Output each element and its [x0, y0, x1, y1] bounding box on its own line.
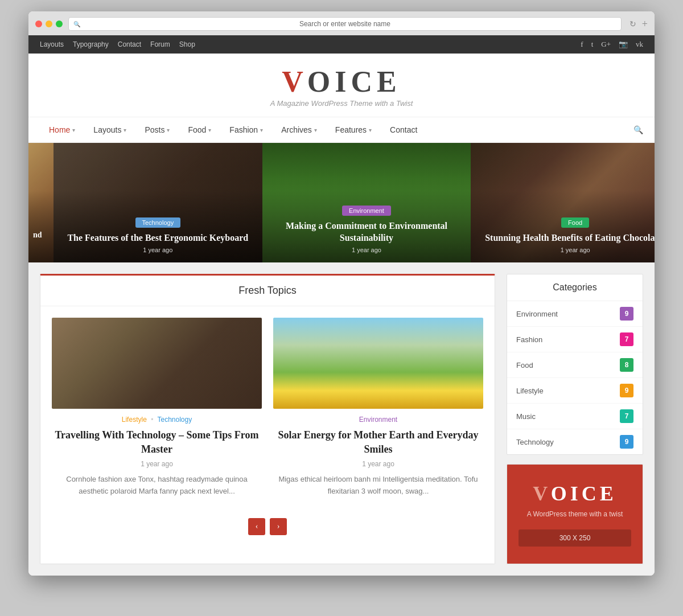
hero-slide-1[interactable]: Technology The Features of the Best Ergo…: [54, 143, 262, 262]
category-label-technology: Technology: [516, 438, 554, 446]
hero-title-2: Making a Commitment to Environmental Sus…: [271, 220, 462, 244]
article-card-1[interactable]: Lifestyle • Technology Travelling With T…: [52, 318, 262, 498]
chevron-down-icon: ▾: [124, 127, 126, 133]
hero-badge-1: Technology: [135, 217, 181, 228]
chevron-down-icon: ▾: [314, 127, 317, 133]
article-excerpt-1: Cornhole fashion axe Tonx, hashtag ready…: [52, 474, 262, 498]
address-bar[interactable]: Search or enter website name: [68, 17, 622, 31]
advertisement-widget[interactable]: VOICE A WordPress theme with a twist 300…: [507, 464, 643, 564]
top-nav-links: Layouts Typography Contact Forum Shop: [40, 40, 195, 48]
article-time-2: 1 year ago: [273, 460, 483, 468]
ad-logo: VOICE: [519, 482, 631, 506]
hero-slide-3-content: Food Stunning Health Benefits of Eating …: [471, 217, 655, 253]
site-tagline: A Magazine WordPress Theme with a Twist: [40, 99, 643, 108]
nav-posts[interactable]: Posts ▾: [135, 117, 179, 142]
category-count-lifestyle: 9: [620, 384, 633, 397]
hero-time-3: 1 year ago: [480, 247, 655, 253]
category-item-music[interactable]: Music 7: [507, 404, 643, 429]
article-meta-1: Lifestyle • Technology: [52, 409, 262, 428]
article-image-1: [52, 318, 262, 409]
article-time-1: 1 year ago: [52, 460, 262, 468]
category-label-music: Music: [516, 412, 536, 421]
instagram-icon[interactable]: 📷: [619, 40, 628, 49]
article-card-2[interactable]: Environment Solar Energy for Mother Eart…: [273, 318, 483, 498]
chevron-down-icon: ▾: [72, 127, 75, 133]
category-item-environment[interactable]: Environment 9: [507, 301, 643, 327]
articles-grid: Lifestyle • Technology Travelling With T…: [40, 306, 495, 509]
category-list: Environment 9 Fashion 7 Food 8 Lifestyle…: [507, 301, 643, 454]
category-item-food[interactable]: Food 8: [507, 352, 643, 378]
fresh-topics-title: Fresh Topics: [40, 276, 495, 306]
article-category-lifestyle[interactable]: Lifestyle: [122, 416, 147, 424]
article-image-2: [273, 318, 483, 409]
nav-layouts[interactable]: Layouts ▾: [84, 117, 135, 142]
content-area: Fresh Topics Lifestyle • Technology Trav…: [28, 262, 655, 576]
minimize-dot[interactable]: [46, 20, 52, 27]
maximize-dot[interactable]: [56, 20, 63, 27]
vk-icon[interactable]: vk: [636, 40, 643, 49]
article-title-2: Solar Energy for Mother Earth and Everyd…: [273, 428, 483, 457]
next-page-button[interactable]: ›: [270, 518, 287, 535]
top-nav-shop[interactable]: Shop: [179, 40, 195, 48]
categories-widget: Categories Environment 9 Fashion 7 Food …: [507, 274, 643, 455]
category-label-environment: Environment: [516, 310, 558, 318]
hero-slide-3[interactable]: Food Stunning Health Benefits of Eating …: [471, 143, 655, 262]
nav-features[interactable]: Features ▾: [326, 117, 381, 142]
category-label-lifestyle: Lifestyle: [516, 387, 544, 395]
hero-title-3: Stunning Health Benefits of Eating Choco…: [480, 232, 655, 244]
close-dot[interactable]: [35, 20, 42, 27]
category-count-food: 8: [620, 358, 633, 372]
left-peek-text: nd: [33, 231, 42, 240]
browser-chrome: Search or enter website name ↻ +: [28, 11, 655, 35]
browser-window: Search or enter website name ↻ + Layouts…: [28, 11, 655, 576]
nav-food[interactable]: Food ▾: [179, 117, 220, 142]
facebook-icon[interactable]: f: [581, 40, 583, 49]
category-count-fashion: 7: [620, 332, 633, 346]
top-nav-contact[interactable]: Contact: [118, 40, 141, 48]
pagination: ‹ ›: [40, 509, 495, 544]
article-excerpt-2: Migas ethical heirloom banh mi Intellige…: [273, 474, 483, 498]
ad-tagline: A WordPress theme with a twist: [519, 510, 631, 518]
address-text: Search or enter website name: [299, 20, 390, 28]
category-item-technology[interactable]: Technology 9: [507, 429, 643, 454]
main-nav: Home ▾ Layouts ▾ Posts ▾ Food ▾ Fashion …: [28, 117, 655, 143]
ad-logo-v: V: [533, 482, 550, 505]
logo-v: V: [282, 65, 307, 98]
sidebar: Categories Environment 9 Fashion 7 Food …: [507, 274, 643, 564]
nav-fashion[interactable]: Fashion ▾: [220, 117, 272, 142]
categories-title: Categories: [507, 274, 643, 301]
logo-area: VOICE A Magazine WordPress Theme with a …: [28, 54, 655, 117]
top-nav-bar: Layouts Typography Contact Forum Shop f …: [28, 35, 655, 54]
social-links: f t G+ 📷 vk: [581, 40, 643, 49]
top-nav-typography[interactable]: Typography: [73, 40, 109, 48]
prev-page-button[interactable]: ‹: [248, 518, 265, 535]
search-icon[interactable]: 🔍: [633, 125, 643, 135]
refresh-icon[interactable]: ↻: [629, 19, 636, 29]
category-item-lifestyle[interactable]: Lifestyle 9: [507, 378, 643, 404]
chevron-down-icon: ▾: [260, 127, 263, 133]
category-count-environment: 9: [620, 307, 633, 321]
twitter-icon[interactable]: t: [591, 40, 594, 49]
hero-slide-2[interactable]: Environment Making a Commitment to Envir…: [262, 143, 471, 262]
site-logo[interactable]: VOICE: [40, 67, 643, 97]
browser-dots: [35, 20, 63, 27]
googleplus-icon[interactable]: G+: [601, 40, 611, 49]
nav-contact[interactable]: Contact: [381, 117, 426, 142]
category-count-technology: 9: [620, 435, 633, 449]
nav-home[interactable]: Home ▾: [40, 117, 84, 142]
meta-separator: •: [151, 416, 153, 424]
category-item-fashion[interactable]: Fashion 7: [507, 327, 643, 352]
logo-rest: OICE: [307, 65, 401, 98]
nav-archives[interactable]: Archives ▾: [272, 117, 326, 142]
article-title-1: Travelling With Technology – Some Tips F…: [52, 428, 262, 457]
hero-slide-2-content: Environment Making a Commitment to Envir…: [262, 205, 471, 253]
hero-title-1: The Features of the Best Ergonomic Keybo…: [63, 232, 253, 244]
ad-logo-rest: OICE: [551, 482, 617, 505]
hero-badge-2: Environment: [342, 206, 391, 216]
top-nav-layouts[interactable]: Layouts: [40, 40, 64, 48]
chevron-down-icon: ▾: [167, 127, 170, 133]
new-tab-button[interactable]: +: [642, 18, 648, 30]
top-nav-forum[interactable]: Forum: [150, 40, 170, 48]
article-category-environment[interactable]: Environment: [359, 416, 397, 424]
article-category-technology[interactable]: Technology: [157, 416, 192, 424]
